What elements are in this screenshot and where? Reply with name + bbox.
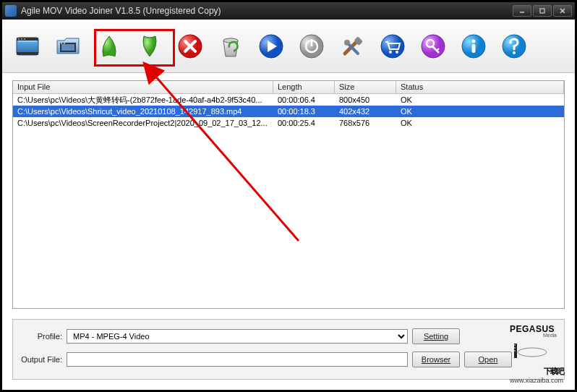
maximize-button[interactable] (533, 5, 552, 17)
col-header-file[interactable]: Input File (13, 81, 273, 93)
svg-point-26 (344, 40, 350, 46)
svg-rect-43 (514, 350, 516, 351)
outputfile-label: Output File: (19, 355, 62, 364)
svg-rect-41 (514, 344, 516, 346)
svg-rect-9 (21, 38, 22, 40)
col-header-length[interactable]: Length (273, 81, 335, 93)
table-row[interactable]: C:\Users\pc\Videos\ScreenRecorderProject… (13, 117, 564, 129)
svg-point-27 (381, 35, 404, 58)
title-bar: Agile MOV Video Joiner V1.8.5 (Unregiste… (2, 2, 575, 20)
add-file-button[interactable] (12, 30, 44, 62)
clear-button[interactable] (215, 30, 247, 62)
svg-point-38 (513, 51, 516, 54)
svg-point-28 (389, 51, 392, 54)
setting-button[interactable]: Setting (412, 328, 460, 344)
add-folder-button[interactable] (53, 30, 85, 62)
svg-point-35 (472, 39, 476, 43)
svg-point-39 (518, 348, 547, 357)
move-down-button[interactable] (134, 30, 166, 62)
pegasus-logo: PEGASUS Media (503, 324, 561, 367)
remove-button[interactable] (174, 30, 206, 62)
profile-label: Profile: (19, 332, 62, 341)
profile-select[interactable]: MP4 - MPEG-4 Video (67, 329, 408, 344)
file-list[interactable]: Input File Length Size Status C:\Users\p… (12, 80, 565, 309)
buy-button[interactable] (377, 30, 409, 62)
list-header: Input File Length Size Status (13, 81, 564, 94)
move-up-button[interactable] (93, 30, 125, 62)
col-header-status[interactable]: Status (396, 81, 564, 93)
svg-rect-6 (17, 38, 38, 41)
close-button[interactable] (553, 5, 572, 17)
svg-rect-7 (17, 52, 38, 55)
output-panel: Profile: MP4 - MPEG-4 Video Setting Outp… (12, 319, 565, 380)
stop-button[interactable] (296, 30, 328, 62)
browser-button[interactable]: Browser (412, 351, 460, 367)
svg-rect-12 (61, 44, 74, 51)
outputfile-input[interactable] (67, 352, 408, 367)
about-button[interactable] (458, 30, 490, 62)
register-button[interactable] (417, 30, 449, 62)
table-row[interactable]: C:\Users\pc\Videos\Shricut_video_2021010… (13, 106, 564, 117)
svg-rect-1 (540, 9, 544, 13)
svg-rect-13 (61, 43, 62, 44)
toolbar (2, 20, 575, 73)
svg-point-29 (396, 51, 398, 54)
svg-rect-42 (514, 347, 516, 349)
svg-rect-36 (472, 44, 476, 53)
svg-rect-10 (24, 38, 25, 40)
help-button[interactable] (498, 30, 530, 62)
app-icon (5, 5, 17, 17)
window-title: Agile MOV Video Joiner V1.8.5 (Unregiste… (21, 6, 513, 16)
table-row[interactable]: C:\Users\pc\Videos\大黄蜂转码-(2b872fee-1ade-… (13, 94, 564, 106)
svg-rect-14 (64, 43, 65, 44)
settings-button[interactable] (336, 30, 368, 62)
start-button[interactable] (255, 30, 287, 62)
col-header-size[interactable]: Size (335, 81, 396, 93)
minimize-button[interactable] (513, 5, 531, 17)
svg-rect-8 (18, 38, 20, 40)
window-controls (513, 5, 572, 17)
